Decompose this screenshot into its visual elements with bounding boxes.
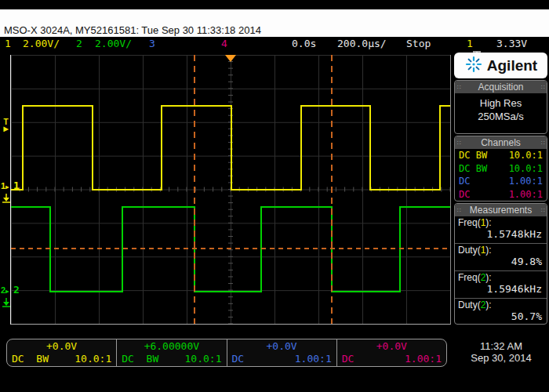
ch2-ground-icon [2, 296, 11, 310]
ch4-readout-cell[interactable]: +0.0V DC 1.00:1 [336, 339, 446, 366]
measurement-value: 50.7% [455, 310, 547, 325]
acquisition-mode: High Res [455, 96, 547, 110]
ch2-settings-row: DC BW 10.0:1 [455, 162, 547, 176]
status-bar: 1 2.00V/ 2 2.00V/ 3 4 0.0s 200.0µs/ Stop… [0, 37, 549, 50]
grip-icon: ∷ [541, 84, 544, 91]
ch2-ground-marker[interactable]: 2▸ [1, 286, 9, 295]
trigger-position-marker[interactable] [225, 55, 236, 62]
measurement-value: 49.8% [455, 256, 547, 270]
ch2-marker-arrow-icon: ▸ [5, 288, 9, 295]
measurement-freq1: Freq(1): 1.5748kHz [455, 216, 547, 244]
ch1-ground-marker[interactable]: 1▸ [1, 182, 9, 191]
trigger-level-readout[interactable]: 3.33V [496, 38, 527, 49]
ch2-number[interactable]: 2 [76, 38, 82, 49]
ch1-marker-arrow-icon: ▸ [5, 183, 9, 191]
measurement-freq2: Freq(2): 1.5946kHz [455, 271, 547, 299]
ch1-ground-icon [2, 192, 11, 206]
measurements-panel-header[interactable]: ∷ Measurements ∷ [455, 204, 547, 216]
acquisition-panel-header[interactable]: ∷ Acquisition ∷ [455, 81, 547, 93]
channels-panel-header[interactable]: ∷ Channels ∷ [455, 136, 547, 149]
grip-icon: ∷ [457, 207, 460, 214]
ch2-scale[interactable]: 2.00V/ [95, 38, 132, 49]
current-time: 11:32 AM [455, 340, 547, 352]
grip-icon: ∷ [541, 140, 544, 147]
ch3-settings-row: DC 1.00:1 [455, 175, 547, 188]
measurement-value: 1.5748kHz [455, 228, 547, 243]
grip-icon: ∷ [541, 207, 544, 214]
model-serial-date-text: MSO-X 3024A, MY52161581: Tue Sep 30 11:3… [4, 24, 261, 36]
brand-logo: Agilent [454, 53, 547, 78]
trigger-level-marker[interactable]: T ▶ [2, 118, 10, 132]
measurements-panel: ∷ Measurements ∷ Freq(1): 1.5748kHz Duty… [454, 203, 547, 325]
ch1-trace [11, 106, 450, 190]
current-date: Sep 30, 2014 [455, 352, 547, 364]
acquisition-panel: ∷ Acquisition ∷ High Res 250MSa/s [454, 80, 547, 134]
delay-readout[interactable]: 0.0s [292, 38, 316, 49]
brand-name: Agilent [487, 57, 537, 74]
grip-icon: ∷ [457, 140, 460, 147]
ch3-number[interactable]: 3 [149, 38, 155, 49]
grip-icon: ∷ [457, 84, 460, 91]
measurement-duty1: Duty(1): 49.8% [455, 244, 547, 271]
measurement-value: 1.5946kHz [455, 283, 547, 298]
ch1-settings-row: DC BW 10.0:1 [455, 149, 547, 162]
trigger-source[interactable]: 1 [467, 38, 473, 49]
ch1-number[interactable]: 1 [5, 38, 11, 49]
agilent-spark-icon [464, 55, 483, 77]
measurement-duty2: Duty(2): 50.7% [455, 299, 547, 325]
run-state[interactable]: Stop [406, 38, 431, 49]
banner-title: MSO-X 3024A, MY52161581: Tue Sep 30 11:3… [0, 9, 549, 37]
ch4-number[interactable]: 4 [221, 38, 227, 49]
ch2-trace-label: 2 [13, 284, 20, 296]
clock-display: 11:32 AM Sep 30, 2014 [455, 340, 547, 364]
sample-rate: 250MSa/s [455, 110, 547, 123]
timebase-readout[interactable]: 200.0µs/ [337, 38, 387, 49]
channels-panel: ∷ Channels ∷ DC BW 10.0:1 DC BW 10.0:1 D… [454, 136, 547, 201]
waveform-display: 1 2 [10, 55, 451, 325]
trigger-level-arrow-icon: ▶ [2, 126, 10, 132]
channel-readout-bar: +0.0V DC BW 10.0:1 +6.00000V DC BW 10.0:… [6, 339, 447, 367]
scope-graticule-and-traces [11, 55, 450, 324]
ch2-readout-cell[interactable]: +6.00000V DC BW 10.0:1 [116, 339, 226, 366]
ch3-readout-cell[interactable]: +0.0V DC 1.00:1 [227, 339, 336, 366]
oscilloscope-screen: { "banner": { "title": "MSO-X 3024A, MY5… [0, 0, 549, 392]
ch1-readout-cell[interactable]: +0.0V DC BW 10.0:1 [7, 339, 116, 366]
ch1-scale[interactable]: 2.00V/ [23, 38, 60, 49]
ch1-trace-label: 1 [13, 180, 20, 191]
ch4-settings-row: DC 1.00:1 [455, 188, 547, 201]
